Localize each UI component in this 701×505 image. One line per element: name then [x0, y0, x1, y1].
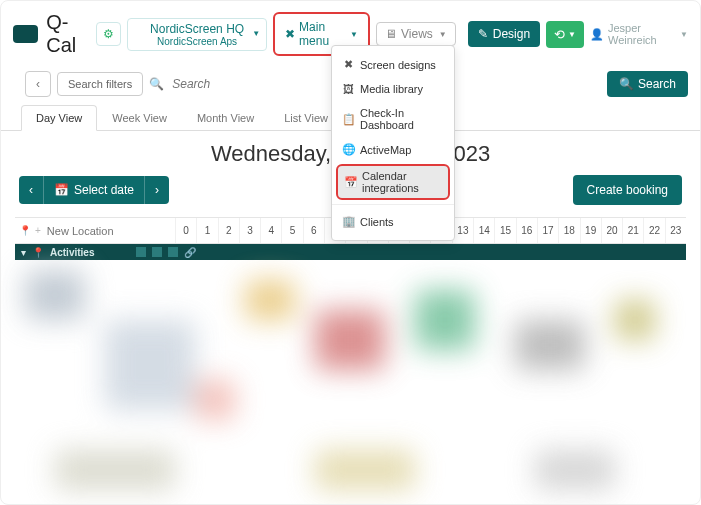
search-button[interactable]: 🔍 Search: [607, 71, 688, 97]
pin-icon: 📍: [19, 225, 31, 236]
hour-cell: 19: [580, 218, 601, 243]
hour-cell: 22: [643, 218, 664, 243]
menu-item-icon: 📅: [344, 176, 356, 189]
menu-item-label: Clients: [360, 216, 394, 228]
date-next-button[interactable]: ›: [145, 176, 169, 204]
menu-item-icon: 🖼: [342, 83, 354, 95]
hour-cell: 15: [494, 218, 515, 243]
search-icon: 🔍: [619, 77, 634, 91]
plus-icon: +: [35, 225, 41, 236]
activities-label: Activities: [50, 247, 94, 258]
chevron-left-icon: ‹: [36, 77, 40, 91]
hour-cell: 17: [537, 218, 558, 243]
monitor-icon: 🖥: [385, 27, 397, 41]
hour-cell: 18: [558, 218, 579, 243]
calendar-icon: 📅: [54, 183, 69, 197]
brand: Q-Cal: [13, 11, 90, 57]
tab-week-view[interactable]: Week View: [97, 105, 182, 130]
gear-icon: ⚙: [103, 27, 114, 41]
menu-item-label: Screen designs: [360, 59, 436, 71]
chevron-left-icon: ‹: [29, 183, 33, 197]
chevron-right-icon: ›: [155, 183, 159, 197]
chevron-down-icon[interactable]: ▾: [21, 247, 26, 258]
tools-icon: ✖: [285, 27, 295, 41]
search-button-label: Search: [638, 77, 676, 91]
views-button[interactable]: 🖥 Views ▼: [376, 22, 456, 46]
pencil-icon: ✎: [478, 27, 488, 41]
menu-item-clients[interactable]: 🏢Clients: [332, 209, 454, 234]
menu-item-icon: 🌐: [342, 143, 354, 156]
menu-item-check-in-dashboard[interactable]: 📋Check-In Dashboard: [332, 101, 454, 137]
tab-month-view[interactable]: Month View: [182, 105, 269, 130]
design-button[interactable]: ✎ Design: [468, 21, 540, 47]
hour-cell: 2: [218, 218, 239, 243]
calendar-content-blurred: [15, 260, 686, 505]
menu-item-media-library[interactable]: 🖼Media library: [332, 77, 454, 101]
select-date-label: Select date: [74, 183, 134, 197]
chevron-down-icon: ▼: [568, 30, 576, 39]
menu-item-icon: 📋: [342, 113, 354, 126]
main-menu-dropdown: ✖Screen designs🖼Media library📋Check-In D…: [331, 45, 455, 241]
org-name: NordicScreen HQ: [142, 22, 252, 36]
refresh-button[interactable]: ⟲ ▼: [546, 21, 584, 48]
menu-item-label: Media library: [360, 83, 423, 95]
refresh-icon: ⟲: [554, 27, 565, 42]
new-location-input[interactable]: [45, 224, 165, 238]
menu-item-activemap[interactable]: 🌐ActiveMap: [332, 137, 454, 162]
hour-cell: 4: [260, 218, 281, 243]
menu-item-icon: 🏢: [342, 215, 354, 228]
tab-day-view[interactable]: Day View: [21, 105, 97, 131]
user-icon: 👤: [590, 28, 604, 41]
menu-item-screen-designs[interactable]: ✖Screen designs: [332, 52, 454, 77]
menu-item-label: ActiveMap: [360, 144, 411, 156]
chevron-down-icon: ▼: [350, 30, 358, 39]
filter-chip[interactable]: [152, 247, 162, 257]
create-booking-button[interactable]: Create booking: [573, 175, 682, 205]
hour-cell: 20: [601, 218, 622, 243]
hour-cell: 3: [239, 218, 260, 243]
chevron-down-icon: ▼: [439, 30, 447, 39]
menu-item-label: Calendar integrations: [362, 170, 442, 194]
filter-chip[interactable]: [168, 247, 178, 257]
new-location-cell: 📍 +: [15, 224, 175, 238]
menu-divider: [332, 204, 454, 205]
filter-chip[interactable]: [136, 247, 146, 257]
views-label: Views: [401, 27, 433, 41]
activities-bar: ▾ 📍 Activities 🔗: [15, 244, 686, 260]
back-button[interactable]: ‹: [25, 71, 51, 97]
hour-cell: 1: [196, 218, 217, 243]
hour-cell: 6: [303, 218, 324, 243]
menu-item-calendar-integrations[interactable]: 📅Calendar integrations: [336, 164, 450, 200]
main-menu-label: Main menu: [299, 20, 346, 48]
menu-item-label: Check-In Dashboard: [360, 107, 444, 131]
chevron-down-icon: ▼: [680, 30, 688, 39]
search-filters-button[interactable]: Search filters: [57, 72, 143, 96]
hour-cell: 5: [281, 218, 302, 243]
date-picker: ‹ 📅 Select date ›: [19, 176, 169, 204]
select-date-button[interactable]: 📅 Select date: [43, 176, 145, 204]
date-prev-button[interactable]: ‹: [19, 176, 43, 204]
pin-icon: 📍: [32, 247, 44, 258]
hour-cell: 0: [175, 218, 196, 243]
hour-cell: 16: [516, 218, 537, 243]
settings-button[interactable]: ⚙: [96, 22, 121, 46]
user-name: Jesper Weinreich: [608, 22, 676, 46]
brand-name: Q-Cal: [46, 11, 90, 57]
menu-item-icon: ✖: [342, 58, 354, 71]
hour-cell: 14: [473, 218, 494, 243]
user-menu[interactable]: 👤 Jesper Weinreich ▼: [590, 22, 688, 46]
hour-cell: 23: [665, 218, 686, 243]
hour-cell: 21: [622, 218, 643, 243]
brand-logo: [13, 25, 38, 43]
chevron-down-icon: ▼: [252, 29, 260, 38]
org-subtitle: NordicScreen Aps: [142, 36, 252, 47]
link-icon[interactable]: 🔗: [184, 247, 196, 258]
org-selector[interactable]: NordicScreen HQ NordicScreen Aps ▼: [127, 18, 267, 51]
search-icon: 🔍: [149, 77, 164, 91]
design-label: Design: [493, 27, 530, 41]
